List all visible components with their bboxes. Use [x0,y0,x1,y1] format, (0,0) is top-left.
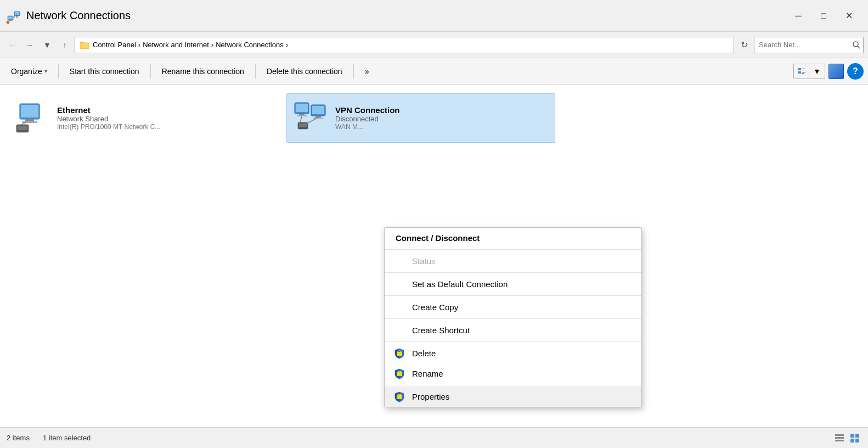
svg-rect-29 [312,106,324,114]
view-dropdown-button[interactable]: ▾ [809,64,825,79]
dropdown-history-button[interactable]: ▼ [40,37,55,53]
maximize-button[interactable]: □ [811,7,836,25]
window-title: Network Connections [26,9,786,22]
search-input[interactable] [759,41,852,49]
svg-rect-19 [25,119,34,121]
ethernet-desc: Intel(R) PRO/1000 MT Network C... [57,123,271,131]
path-sep1: › [138,41,140,49]
path-sep3: › [286,41,288,49]
start-connection-button[interactable]: Start this connection [63,62,146,81]
ethernet-info: Ethernet Network Shared Intel(R) PRO/100… [57,105,271,131]
svg-rect-11 [798,68,801,70]
ctx-set-default[interactable]: Set as Default Connection [385,274,641,294]
svg-rect-1 [8,16,13,19]
toolbar-separator-3 [255,64,256,79]
up-button[interactable]: ↑ [57,37,72,53]
more-button[interactable]: » [358,62,376,81]
svg-rect-18 [21,105,38,117]
ethernet-item[interactable]: Ethernet Network Shared Intel(R) PRO/100… [9,93,278,143]
svg-rect-47 [850,439,854,443]
ctx-rename[interactable]: Rename [385,363,641,384]
ctx-divider-3 [385,295,641,296]
svg-rect-45 [850,434,854,438]
path-sep2: › [211,41,213,49]
vpn-desc: WAN M... [335,123,548,131]
search-icon [852,41,861,49]
title-bar: Network Connections ─ □ ✕ [0,0,868,32]
forward-button[interactable]: → [22,37,37,53]
status-view-controls [833,432,861,445]
svg-rect-20 [22,121,37,123]
svg-line-34 [300,116,302,122]
svg-rect-30 [315,116,321,117]
refresh-button[interactable]: ↻ [736,37,752,53]
ctx-divider-2 [385,272,641,273]
svg-rect-43 [835,437,844,439]
toolbar-separator-1 [58,64,59,79]
address-path-box[interactable]: Control Panel › Network and Internet › N… [75,37,734,53]
vpn-name: VPN Connection [335,105,548,115]
main-content: Ethernet Network Shared Intel(R) PRO/100… [0,85,868,427]
organize-dropdown-arrow: ▾ [44,68,47,74]
view-details-button[interactable] [794,64,809,79]
svg-rect-13 [802,70,804,70]
back-button[interactable]: ← [4,37,20,53]
ctx-divider-5 [385,341,641,342]
vpn-icon [294,100,329,136]
context-menu: Connect / Disconnect Status Set as Defau… [384,227,642,407]
list-view-icon [835,433,844,443]
search-box[interactable] [754,37,864,53]
path-part2: Network and Internet [143,41,209,49]
ctx-properties[interactable]: Properties [385,387,641,407]
close-button[interactable]: ✕ [836,7,861,25]
ethernet-name: Ethernet [57,105,271,115]
svg-rect-22 [18,126,27,130]
svg-rect-5 [16,16,18,18]
shield-delete-icon [393,348,405,360]
svg-rect-15 [802,72,805,72]
shield-rename-icon [393,368,405,380]
path-part1: Control Panel [93,41,136,49]
ctx-status: Status [385,251,641,271]
help-button[interactable]: ? [847,63,864,80]
svg-rect-42 [835,434,844,436]
svg-line-10 [858,46,860,48]
svg-rect-8 [80,43,89,49]
minimize-button[interactable]: ─ [786,7,811,25]
status-bar: 2 items 1 item selected [0,427,868,448]
status-tiles-view-button[interactable] [848,432,861,445]
path-part3: Network Connections [216,41,284,49]
ctx-divider-1 [385,249,641,250]
preview-pane-button[interactable] [828,64,844,79]
view-dropdown-arrow: ▾ [815,66,819,76]
organize-button[interactable]: Organize ▾ [4,62,54,81]
ctx-connect-disconnect[interactable]: Connect / Disconnect [385,228,641,248]
tiles-view-icon [850,433,860,443]
svg-rect-44 [835,440,844,441]
svg-rect-27 [297,115,307,116]
rename-connection-button[interactable]: Rename this connection [155,62,251,81]
ctx-divider-6 [385,385,641,385]
svg-rect-48 [855,439,859,443]
ctx-create-shortcut[interactable]: Create Shortcut [385,320,641,340]
details-view-icon [797,67,806,76]
shield-properties-icon [393,391,405,403]
svg-rect-12 [802,69,805,69]
vpn-item[interactable]: VPN Connection Disconnected WAN M... [286,93,555,143]
item-count: 2 items [7,434,30,442]
ethernet-icon [15,100,50,136]
status-list-view-button[interactable] [833,432,846,445]
ctx-divider-4 [385,318,641,319]
ctx-delete[interactable]: Delete [385,343,641,363]
toolbar: Organize ▾ Start this connection Rename … [0,58,868,85]
vpn-status: Disconnected [335,115,548,123]
delete-connection-button[interactable]: Delete this connection [260,62,349,81]
toolbar-right: ▾ ? [793,63,864,80]
vpn-info: VPN Connection Disconnected WAN M... [335,105,548,131]
address-bar: ← → ▼ ↑ Control Panel › Network and Inte… [0,32,868,58]
svg-line-35 [305,117,318,125]
ethernet-status: Network Shared [57,115,271,123]
toolbar-separator-4 [353,64,354,79]
ctx-create-copy[interactable]: Create Copy [385,297,641,317]
svg-point-9 [853,42,858,47]
